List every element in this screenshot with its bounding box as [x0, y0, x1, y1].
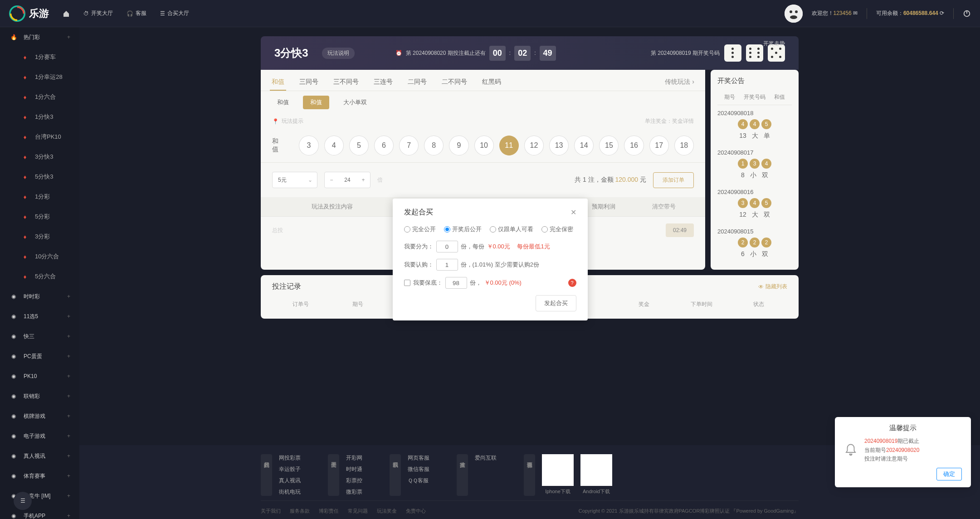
radio-option[interactable]: 仅跟单人可看 — [490, 225, 533, 233]
close-icon[interactable]: ✕ — [570, 208, 576, 217]
guarantee-input[interactable] — [445, 277, 467, 289]
radio-option[interactable]: 开奖后公开 — [444, 225, 482, 233]
radio-option[interactable]: 完全公开 — [404, 225, 436, 233]
subscribe-input[interactable] — [436, 259, 458, 271]
launch-button[interactable]: 发起合买 — [536, 295, 576, 311]
group-buy-modal: 发起合买 ✕ 完全公开开奖后公开仅跟单人可看完全保密 我要分为： 份，每份 ￥0… — [393, 199, 588, 320]
split-input[interactable] — [436, 241, 458, 252]
radio-option[interactable]: 完全保密 — [541, 225, 573, 233]
modal-overlay: 发起合买 ✕ 完全公开开奖后公开仅跟单人可看完全保密 我要分为： 份，每份 ￥0… — [0, 0, 980, 519]
help-icon[interactable]: ? — [568, 279, 576, 287]
guarantee-checkbox[interactable] — [404, 280, 410, 286]
